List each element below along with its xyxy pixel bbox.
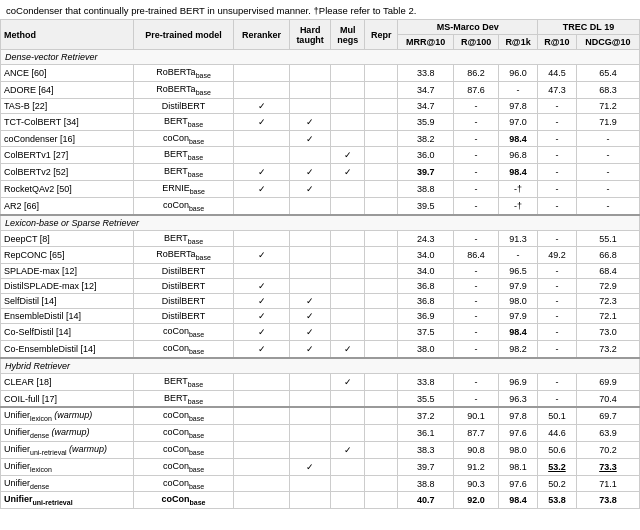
check-cell: [234, 230, 289, 247]
check-cell: [289, 390, 331, 407]
value-cell: 98.4: [499, 164, 538, 181]
check-cell: [365, 425, 398, 442]
value-cell: 53.2: [537, 458, 576, 475]
pretrained-cell: coConbase: [133, 475, 234, 492]
value-cell: 66.8: [576, 247, 639, 264]
value-cell: 97.8: [499, 98, 538, 113]
check-cell: ✓: [331, 147, 365, 164]
value-cell: 37.5: [398, 324, 454, 341]
check-cell: [234, 130, 289, 147]
col-repr: Repr: [365, 20, 398, 50]
check-cell: [365, 264, 398, 279]
check-cell: [331, 130, 365, 147]
table-row: SPLADE-max [12]DistilBERT34.0-96.5-68.4: [1, 264, 640, 279]
col-hard-taught: Hardtaught: [289, 20, 331, 50]
check-cell: [365, 279, 398, 294]
check-cell: ✓: [331, 373, 365, 390]
check-cell: [234, 492, 289, 509]
check-cell: [289, 407, 331, 424]
method-cell: DeepCT [8]: [1, 230, 134, 247]
check-cell: [331, 475, 365, 492]
check-cell: ✓: [331, 442, 365, 459]
col-trec-group: TREC DL 19: [537, 20, 639, 35]
table-row: AR2 [66]coConbase39.5--†--: [1, 197, 640, 214]
check-cell: [289, 373, 331, 390]
value-cell: 73.0: [576, 324, 639, 341]
pretrained-cell: BERTbase: [133, 230, 234, 247]
pretrained-cell: RoBERTabase: [133, 82, 234, 99]
value-cell: -: [454, 341, 499, 358]
check-cell: [331, 458, 365, 475]
method-cell: Unifierlexicon: [1, 458, 134, 475]
value-cell: 98.1: [499, 458, 538, 475]
check-cell: [234, 197, 289, 214]
check-cell: ✓: [234, 294, 289, 309]
value-cell: 92.0: [454, 492, 499, 509]
method-cell: ColBERTv2 [52]: [1, 164, 134, 181]
check-cell: ✓: [234, 113, 289, 130]
check-cell: [365, 98, 398, 113]
check-cell: [365, 130, 398, 147]
check-cell: [365, 442, 398, 459]
check-cell: [234, 458, 289, 475]
method-cell: EnsembleDistil [14]: [1, 309, 134, 324]
method-cell: ADORE [64]: [1, 82, 134, 99]
value-cell: 71.1: [576, 475, 639, 492]
check-cell: ✓: [289, 294, 331, 309]
value-cell: 96.5: [499, 264, 538, 279]
method-cell: Unifieruni-retrieval: [1, 492, 134, 509]
table-row: UnifierlexiconcoConbase✓39.791.298.153.2…: [1, 458, 640, 475]
check-cell: [234, 475, 289, 492]
value-cell: -: [454, 324, 499, 341]
check-cell: [234, 264, 289, 279]
value-cell: 33.8: [398, 373, 454, 390]
check-cell: [365, 294, 398, 309]
check-cell: [289, 475, 331, 492]
table-row: CLEAR [18]BERTbase✓33.8-96.9-69.9: [1, 373, 640, 390]
check-cell: ✓: [234, 164, 289, 181]
check-cell: [234, 407, 289, 424]
value-cell: 34.7: [398, 82, 454, 99]
value-cell: 73.2: [576, 341, 639, 358]
check-cell: [331, 425, 365, 442]
value-cell: -: [454, 130, 499, 147]
value-cell: -: [454, 230, 499, 247]
pretrained-cell: coConbase: [133, 458, 234, 475]
value-cell: 24.3: [398, 230, 454, 247]
pretrained-cell: DistilBERT: [133, 309, 234, 324]
value-cell: 38.0: [398, 341, 454, 358]
check-cell: [289, 264, 331, 279]
value-cell: 36.8: [398, 279, 454, 294]
value-cell: 72.9: [576, 279, 639, 294]
value-cell: -: [454, 279, 499, 294]
check-cell: [289, 230, 331, 247]
check-cell: [365, 82, 398, 99]
table-row: UnifierdensecoConbase38.890.397.650.271.…: [1, 475, 640, 492]
section-header: Lexicon-base or Sparse Retriever: [1, 215, 640, 231]
value-cell: 37.2: [398, 407, 454, 424]
check-cell: [289, 247, 331, 264]
value-cell: 97.6: [499, 475, 538, 492]
value-cell: -: [537, 279, 576, 294]
check-cell: [331, 197, 365, 214]
value-cell: -: [454, 147, 499, 164]
method-cell: RocketQAv2 [50]: [1, 181, 134, 198]
table-row: ANCE [60]RoBERTabase33.886.296.044.565.4: [1, 65, 640, 82]
value-cell: -: [454, 264, 499, 279]
check-cell: ✓: [234, 247, 289, 264]
check-cell: [365, 309, 398, 324]
value-cell: 36.1: [398, 425, 454, 442]
value-cell: 97.6: [499, 425, 538, 442]
method-cell: SelfDistil [14]: [1, 294, 134, 309]
check-cell: [331, 309, 365, 324]
col-pretrained: Pre-trained model: [133, 20, 234, 50]
check-cell: [331, 294, 365, 309]
pretrained-cell: coConbase: [133, 425, 234, 442]
check-cell: ✓: [289, 113, 331, 130]
value-cell: 34.7: [398, 98, 454, 113]
check-cell: ✓: [234, 341, 289, 358]
table-row: coCondenser [16]coConbase✓38.2-98.4--: [1, 130, 640, 147]
check-cell: [365, 113, 398, 130]
check-cell: [365, 247, 398, 264]
method-cell: ANCE [60]: [1, 65, 134, 82]
